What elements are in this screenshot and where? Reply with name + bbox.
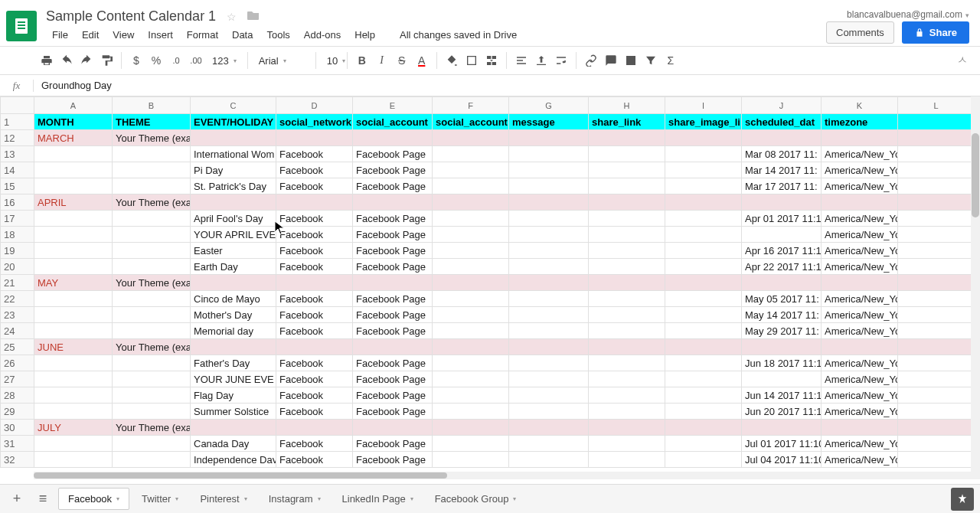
cell[interactable]: Facebook Page [353, 291, 433, 307]
cell[interactable] [742, 130, 822, 146]
functions-icon[interactable]: Σ [662, 52, 679, 69]
cell[interactable]: JUNE [34, 339, 113, 355]
cell[interactable]: Facebook Page [353, 452, 433, 468]
row-header[interactable]: 18 [1, 227, 34, 243]
cell[interactable] [665, 323, 742, 339]
cell[interactable] [665, 194, 742, 211]
cell[interactable] [898, 146, 975, 162]
cell[interactable] [589, 420, 665, 436]
cell[interactable] [665, 178, 742, 194]
cell[interactable] [589, 436, 665, 452]
cell[interactable]: America/New_York [822, 162, 898, 178]
cell[interactable] [34, 323, 113, 339]
cell[interactable] [898, 227, 975, 243]
cell[interactable] [665, 130, 742, 146]
cell[interactable]: timezone [822, 114, 898, 130]
cell[interactable] [34, 387, 113, 404]
menu-tools[interactable]: Tools [260, 26, 296, 44]
cell[interactable]: social_account [433, 114, 509, 130]
cell[interactable]: Facebook Page [353, 371, 433, 387]
cell[interactable] [665, 339, 742, 355]
table-row[interactable]: 31Canada DayFacebookFacebook PageJul 01 … [1, 436, 975, 452]
cell[interactable]: May 14 2017 11: [742, 307, 822, 323]
cell[interactable] [589, 355, 665, 371]
cell[interactable] [898, 130, 975, 146]
cell[interactable]: America/New_York [822, 259, 898, 275]
table-row[interactable]: 14Pi DayFacebookFacebook PageMar 14 2017… [1, 162, 975, 178]
cell[interactable]: America/New_York [822, 323, 898, 339]
sheet-tab[interactable]: Facebook [58, 488, 129, 510]
cell[interactable] [589, 291, 665, 307]
cell[interactable] [34, 211, 113, 227]
cell[interactable]: America/New_York [822, 178, 898, 194]
table-row[interactable]: 13International WomFacebookFacebook Page… [1, 146, 975, 162]
cell[interactable] [589, 323, 665, 339]
cell[interactable] [433, 162, 509, 178]
cell[interactable]: MARCH [34, 130, 113, 146]
cell[interactable]: MAY [34, 275, 113, 291]
cell[interactable] [898, 355, 975, 371]
cell[interactable] [34, 371, 113, 387]
cell[interactable] [509, 323, 589, 339]
cell[interactable] [589, 194, 665, 211]
cell[interactable] [34, 452, 113, 468]
vertical-align-icon[interactable] [533, 52, 550, 69]
cell[interactable] [353, 130, 433, 146]
cell[interactable] [433, 436, 509, 452]
cell[interactable] [589, 339, 665, 355]
cell[interactable] [822, 130, 898, 146]
cell[interactable] [113, 323, 191, 339]
font-size-dropdown[interactable]: 10 [322, 55, 341, 67]
cell[interactable] [742, 194, 822, 211]
table-row[interactable]: 29Summer SolsticeFacebookFacebook PageJu… [1, 404, 975, 420]
cell[interactable] [276, 420, 353, 436]
cell[interactable]: Facebook [276, 387, 353, 404]
cell[interactable] [433, 355, 509, 371]
cell[interactable]: Facebook Page [353, 387, 433, 404]
cell[interactable] [433, 194, 509, 211]
cell[interactable] [509, 259, 589, 275]
table-header-row[interactable]: 1 MONTH THEME EVENT/HOLIDAY social_netwo… [1, 114, 975, 130]
row-header[interactable]: 14 [1, 162, 34, 178]
formula-input[interactable]: Groundhog Day [34, 80, 980, 91]
cell[interactable] [433, 243, 509, 259]
cell[interactable]: America/New_York [822, 146, 898, 162]
cell[interactable] [589, 243, 665, 259]
cell[interactable]: Your Theme (example Weight Loss) [113, 194, 191, 211]
cell[interactable] [898, 243, 975, 259]
cell[interactable] [665, 355, 742, 371]
insert-chart-icon[interactable] [622, 52, 639, 69]
col-header[interactable]: I [665, 97, 742, 114]
cell[interactable]: Father's Day [191, 355, 276, 371]
row-header[interactable]: 26 [1, 355, 34, 371]
cell[interactable]: Facebook Page [353, 259, 433, 275]
cell[interactable] [898, 404, 975, 420]
cell[interactable] [898, 420, 975, 436]
cell[interactable]: Facebook Page [353, 162, 433, 178]
text-color-icon[interactable]: A [413, 52, 430, 69]
column-headers[interactable]: A B C D E F G H I J K L [1, 97, 975, 114]
insert-link-icon[interactable] [583, 52, 599, 69]
col-header[interactable]: C [191, 97, 276, 114]
cell[interactable]: Jul 01 2017 11:10 [742, 436, 822, 452]
fx-icon[interactable]: fx [0, 80, 34, 92]
cell[interactable] [509, 452, 589, 468]
cell[interactable]: Facebook Page [353, 211, 433, 227]
row-header[interactable]: 28 [1, 387, 34, 404]
cell[interactable] [665, 436, 742, 452]
decrease-decimal-icon[interactable]: .0 [168, 52, 185, 69]
row-header[interactable]: 16 [1, 194, 34, 211]
cell[interactable] [822, 275, 898, 291]
italic-icon[interactable]: I [374, 52, 390, 69]
cell[interactable]: Earth Day [191, 259, 276, 275]
cell[interactable] [34, 307, 113, 323]
cell[interactable] [34, 178, 113, 194]
scrollbar-thumb[interactable] [972, 133, 979, 217]
col-header[interactable]: J [742, 97, 822, 114]
cell[interactable] [191, 339, 276, 355]
cell[interactable] [509, 355, 589, 371]
cell[interactable] [276, 339, 353, 355]
cell[interactable]: Facebook [276, 162, 353, 178]
scrollbar-thumb[interactable] [34, 472, 447, 479]
row-header[interactable]: 19 [1, 243, 34, 259]
